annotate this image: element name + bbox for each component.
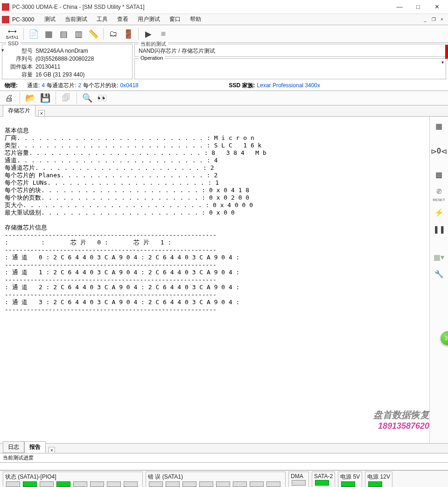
led-dsc: DSC — [56, 481, 71, 487]
led-dwf: DWF — [39, 481, 55, 487]
status-group-error: 错 误 (SATA1) BBKUNCINFABRT0NAMN — [146, 472, 286, 487]
led-abr: ABR — [232, 481, 248, 487]
ssd-model: SM2246AA nonDram — [35, 47, 129, 55]
bottom-tab-close[interactable]: × — [49, 447, 55, 453]
led-err: ERR — [123, 481, 139, 487]
app-icon — [2, 3, 9, 11]
maximize-button[interactable]: □ — [409, 0, 427, 14]
close-button[interactable]: ✕ — [427, 0, 446, 14]
print-icon[interactable]: 🖨 — [3, 92, 16, 104]
reset-icon[interactable]: ⎚ — [433, 185, 446, 198]
tab-bar: 存储芯片 × — [0, 105, 448, 117]
exit-icon[interactable]: 🚪 — [121, 27, 135, 41]
mdi-restore[interactable]: ❐ — [430, 16, 437, 23]
io-icon[interactable]: ⊳0⊲ — [433, 145, 446, 158]
app-name: PC-3000 — [12, 16, 34, 23]
phys-channels: 4 — [42, 82, 45, 89]
right-toolbar: ▦ ⊳0⊲ ▩ ⎚ RESET ⚡ ❚❚ ▦▾ 🔧 — [429, 117, 448, 443]
led-phy: PHY — [314, 480, 330, 487]
tab-storage-chip[interactable]: 存储芯片 — [3, 105, 35, 117]
menu-view[interactable]: 查看 — [112, 14, 133, 24]
ssd-panel: SSD ▾ 型号SM2246AA nonDram 序列号(03)5526888-… — [2, 44, 133, 79]
led-bsy: BSY — [5, 481, 21, 487]
multidoc-icon[interactable]: 🗂 — [106, 27, 120, 41]
stop-icon[interactable]: ■ — [156, 27, 170, 41]
status-group-sata2: SATA-2 PHY — [312, 472, 335, 487]
ssd-serial: (03)5526888-20080228 — [35, 55, 129, 63]
mdi-close[interactable]: × — [439, 16, 445, 23]
pin-icon[interactable]: ⚡ — [433, 206, 446, 219]
chip4-icon[interactable]: ▩ — [433, 168, 446, 181]
chevron-down-icon[interactable]: ▾ — [441, 60, 444, 65]
menu-bar: PC-3000 测试 当前测试 工具 查看 用户测试 窗口 帮助 _ ❐ × — [0, 14, 448, 25]
ssd-legend: SSD — [6, 41, 21, 46]
led-12v: 12V — [367, 481, 383, 487]
led-amn: AMN — [266, 481, 281, 487]
tab-report[interactable]: 报告 — [24, 441, 46, 453]
tab-log[interactable]: 日志 — [3, 441, 24, 453]
led- — [215, 481, 231, 487]
red-strip — [445, 45, 448, 59]
chip2-icon[interactable]: ▤ — [56, 27, 70, 41]
led-drq: DRQ — [72, 481, 88, 487]
pause-icon[interactable]: ❚❚ — [433, 223, 446, 236]
led-crr: CRR — [89, 481, 105, 487]
progress-label: 当前测试进度 — [0, 453, 448, 463]
copy-icon[interactable]: 🗐 — [60, 92, 73, 104]
window-title: PC-3000 UDMA-E - China - [SM SSD Utility… — [12, 4, 390, 10]
phys-blocks: 0x0418 — [120, 82, 138, 89]
led- — [182, 481, 197, 487]
chip-icon[interactable]: ▦ — [42, 27, 56, 41]
led-bbk: BBK — [148, 481, 164, 487]
watermark: 盘首数据恢复 18913587620 — [373, 409, 429, 431]
led-unc: UNC — [165, 481, 181, 487]
led-inf: INF — [198, 481, 214, 487]
tab-close-button[interactable]: × — [38, 110, 45, 117]
bottom-tab-bar: 日志 报告 × — [0, 443, 448, 453]
ssd-firmware: 20130411 — [35, 63, 129, 71]
mdi-minimize[interactable]: _ — [422, 16, 428, 23]
doc-icon[interactable]: 📄 — [27, 27, 41, 41]
status-group-state: 状态 (SATA1)-[PIO4] BSYDRDDWFDSCDRQCRRIDXE… — [3, 472, 143, 487]
current-test-value: NAND闪存芯片 / 存储芯片测试 — [139, 47, 442, 55]
ssd-dropdown-arrow[interactable]: ▾ — [1, 47, 4, 53]
play-icon[interactable]: ▶ — [141, 27, 155, 41]
open-icon[interactable]: 📂 — [24, 92, 37, 104]
wrench-icon[interactable]: 🔧 — [433, 267, 446, 280]
led-idx: IDX — [106, 481, 122, 487]
info-row: SSD ▾ 型号SM2246AA nonDram 序列号(03)5526888-… — [0, 43, 448, 80]
menu-window[interactable]: 窗口 — [165, 14, 185, 24]
operation-box[interactable]: Operation ▾ — [134, 58, 446, 79]
status-group-5v: 电源 5V 5V — [338, 472, 362, 487]
binoculars-icon[interactable]: 👀 — [96, 92, 109, 104]
status-group-12v: 电源 12V 12V — [365, 472, 392, 487]
ssd-family: Lexar Professional 3400x — [257, 82, 320, 89]
menu-current-test[interactable]: 当前测试 — [60, 14, 92, 24]
toolbar: ⟷ SATA1 📄 ▦ ▤ ▥ 📏 🗂 🚪 ▶ ■ — [0, 25, 448, 43]
chip-icon-rt[interactable]: ▦ — [433, 119, 446, 132]
sub-toolbar: 🖨 📂 💾 🗐 🔍 👀 — [0, 90, 448, 105]
menu-help[interactable]: 帮助 — [185, 14, 206, 24]
search-icon[interactable]: 🔍 — [81, 92, 94, 104]
window-titlebar: PC-3000 UDMA-E - China - [SM SSD Utility… — [0, 0, 448, 14]
save-icon[interactable]: 💾 — [39, 92, 52, 104]
phys-line: 物理: 通道: 4 每通道芯片: 2 每个芯片的块: 0x0418 SSD 家族… — [0, 80, 448, 90]
led-rq: RQ — [291, 480, 307, 487]
menu-test[interactable]: 测试 — [40, 14, 60, 24]
ruler-icon[interactable]: 📏 — [86, 27, 100, 41]
minimize-button[interactable]: — — [390, 0, 409, 14]
phys-chips-per-channel: 2 — [78, 82, 81, 89]
status-group-dma: DMA RQ — [288, 472, 309, 487]
chip-down-icon[interactable]: ▦▾ — [433, 250, 446, 264]
chip3-icon[interactable]: ▥ — [71, 27, 85, 41]
status-strip: 状态 (SATA1)-[PIO4] BSYDRDDWFDSCDRQCRRIDXE… — [0, 470, 448, 487]
menu-tools[interactable]: 工具 — [92, 14, 112, 24]
app-icon-small — [2, 16, 9, 23]
menu-user-test[interactable]: 用户测试 — [133, 14, 165, 24]
led-5v: 5V — [340, 481, 356, 487]
sata-port-indicator[interactable]: ⟷ SATA1 — [4, 28, 21, 40]
ssd-capacity: 16 GB (31 293 440) — [35, 71, 129, 79]
led-t0n: T0N — [249, 481, 265, 487]
led-drd: DRD — [22, 481, 38, 487]
content-pane: 基本信息 厂商. . . . . . . . . . . . . . . . .… — [0, 117, 429, 443]
